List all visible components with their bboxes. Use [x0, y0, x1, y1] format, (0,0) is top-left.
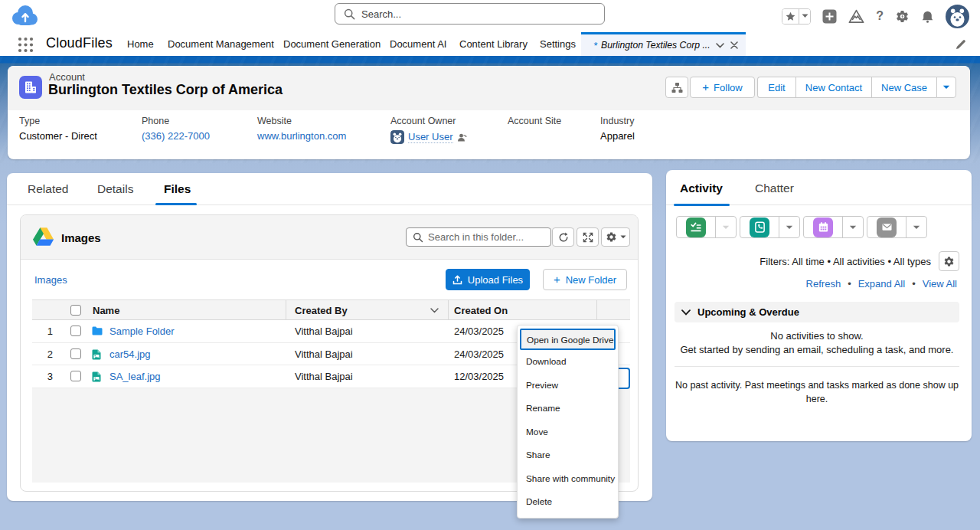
column-created-on[interactable]: Created On	[454, 305, 508, 316]
bell-icon	[921, 9, 934, 23]
nav-item-document-management[interactable]: Document Management	[168, 38, 274, 50]
gear-icon	[606, 231, 617, 243]
email-caret-button[interactable]	[906, 217, 926, 237]
widget-settings-button[interactable]	[601, 227, 630, 247]
global-add-button[interactable]	[822, 9, 837, 24]
follow-button[interactable]: +Follow	[690, 77, 755, 98]
new-folder-button[interactable]: + New Folder	[543, 269, 627, 290]
refresh-link[interactable]: Refresh	[806, 278, 841, 290]
file-link[interactable]: SA_leaf.jpg	[109, 371, 161, 382]
trailhead-icon	[848, 9, 864, 24]
new-task-caret-button[interactable]	[716, 217, 736, 237]
expand-all-link[interactable]: Expand All	[858, 278, 905, 290]
row-checkbox[interactable]	[70, 348, 81, 359]
tab-close-button[interactable]	[730, 41, 738, 49]
menu-item-preview[interactable]: Preview	[518, 374, 618, 398]
menu-item-share-with-community[interactable]: Share with community	[518, 467, 618, 491]
nav-item-content-library[interactable]: Content Library	[459, 38, 528, 50]
tab-details[interactable]: Details	[97, 182, 133, 196]
folder-search-placeholder: Search in this folder...	[428, 231, 524, 243]
upload-files-button[interactable]: Upload Files	[446, 269, 530, 290]
file-link[interactable]: Sample Folder	[109, 326, 175, 337]
refresh-icon	[558, 232, 569, 243]
menu-item-rename[interactable]: Rename	[518, 397, 618, 420]
setup-button[interactable]	[895, 9, 910, 24]
app-window: Search... ?	[0, 0, 980, 530]
gear-icon	[895, 9, 910, 24]
new-case-button[interactable]: New Case	[871, 77, 936, 98]
owner-link[interactable]: User User	[408, 131, 453, 143]
gear-icon	[943, 256, 955, 267]
log-a-call-group	[740, 216, 800, 238]
new-task-group	[676, 216, 737, 238]
tab-files[interactable]: Files	[164, 182, 191, 196]
favorites-star-button[interactable]	[782, 9, 799, 24]
select-all-checkbox[interactable]	[70, 305, 81, 316]
view-all-link[interactable]: View All	[923, 278, 957, 290]
tab-activity[interactable]: Activity	[680, 182, 723, 195]
new-event-button[interactable]	[804, 217, 843, 237]
task-icon	[686, 218, 706, 237]
unsaved-indicator: *	[593, 40, 597, 51]
row-checkbox[interactable]	[70, 371, 81, 381]
menu-item-share[interactable]: Share	[518, 443, 618, 467]
app-launcher-button[interactable]	[18, 37, 34, 53]
favorites-caret-button[interactable]	[799, 9, 810, 24]
log-a-call-caret-button[interactable]	[779, 217, 799, 237]
expand-button[interactable]	[577, 227, 599, 247]
active-tab-underline	[155, 203, 197, 205]
chevron-down-icon	[913, 225, 920, 230]
nav-item-document-ai[interactable]: Document AI	[390, 38, 446, 50]
log-a-call-button[interactable]	[740, 217, 779, 237]
menu-item-move[interactable]: Move	[518, 420, 618, 444]
column-created-by[interactable]: Created By	[295, 305, 348, 316]
upcoming-overdue-section[interactable]: Upcoming & Overdue	[675, 302, 959, 322]
new-task-button[interactable]	[677, 217, 716, 237]
global-header: Search... ?	[0, 0, 980, 32]
tab-chatter[interactable]: Chatter	[755, 182, 794, 195]
event-icon	[813, 218, 833, 237]
folder-search-input[interactable]: Search in this folder...	[406, 227, 551, 247]
field-phone: Phone (336) 222-7000	[142, 116, 210, 142]
sort-chevron-icon[interactable]	[430, 308, 439, 313]
menu-item-open-in-google-drive[interactable]: Open in Google Drive	[520, 329, 616, 350]
view-hierarchy-button[interactable]	[665, 77, 688, 98]
edit-navigation-button[interactable]	[956, 39, 966, 50]
cloudfiles-logo	[11, 5, 38, 26]
nav-item-settings[interactable]: Settings	[540, 38, 576, 50]
call-icon	[750, 218, 769, 237]
edit-button[interactable]: Edit	[757, 77, 795, 98]
menu-item-download[interactable]: Download	[518, 350, 618, 374]
divider	[675, 366, 959, 367]
nav-item-home[interactable]: Home	[127, 38, 154, 50]
nav-item-document-generation[interactable]: Document Generation	[283, 38, 381, 50]
account-title: Burlington Textiles Corp of America	[48, 82, 283, 98]
trailhead-help-button[interactable]	[848, 9, 864, 24]
drive-widget-title: Images	[61, 231, 101, 244]
row-checkbox[interactable]	[70, 326, 81, 336]
column-name[interactable]: Name	[93, 305, 119, 316]
help-button[interactable]: ?	[876, 9, 884, 23]
new-event-caret-button[interactable]	[843, 217, 863, 237]
phone-link[interactable]: (336) 222-7000	[142, 130, 210, 142]
empty-activities-line1: No activities to show.	[675, 330, 959, 342]
star-icon	[786, 11, 795, 21]
tab-related[interactable]: Related	[28, 182, 68, 196]
global-search-input[interactable]: Search...	[335, 3, 605, 25]
chevron-down-icon	[620, 235, 626, 239]
more-actions-button[interactable]	[936, 77, 956, 98]
notifications-button[interactable]	[921, 9, 934, 23]
tab-chevron-button[interactable]	[716, 43, 724, 48]
file-link[interactable]: car54.jpg	[109, 348, 150, 360]
new-contact-button[interactable]: New Contact	[795, 77, 871, 98]
record-tab-burlington[interactable]: * Burlington Textiles Corp ...	[581, 32, 746, 56]
menu-item-delete[interactable]: Delete	[518, 490, 618, 514]
breadcrumb-images[interactable]: Images	[34, 274, 67, 286]
website-link[interactable]: www.burlington.com	[257, 130, 346, 142]
chevron-down-icon	[786, 225, 793, 230]
navigation-bar: CloudFiles Home Document Management Docu…	[0, 32, 980, 56]
activity-filter-button[interactable]	[939, 251, 959, 271]
email-button[interactable]	[867, 217, 906, 237]
refresh-button[interactable]	[552, 227, 574, 247]
user-avatar[interactable]	[946, 5, 969, 28]
